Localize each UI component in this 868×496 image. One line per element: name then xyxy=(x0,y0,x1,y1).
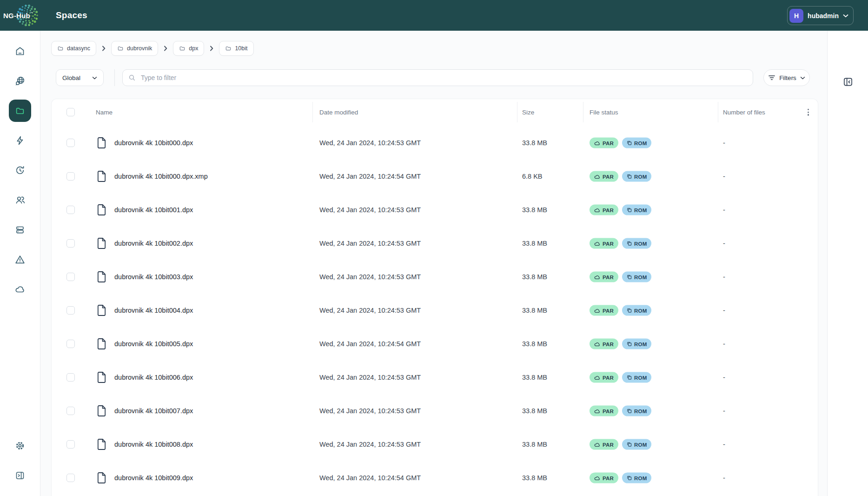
file-size: 33.8 MB xyxy=(522,206,547,214)
breadcrumb-item-dubrovnik[interactable]: dubrovnik xyxy=(111,41,158,56)
folder-icon xyxy=(179,45,186,52)
panel-expand-icon xyxy=(14,470,26,481)
table-row[interactable]: dubrovnik 4k 10bit007.dpx Wed, 24 Jan 20… xyxy=(52,394,818,428)
status-badge-rom: ROM xyxy=(622,171,651,182)
table-row[interactable]: dubrovnik 4k 10bit006.dpx Wed, 24 Jan 20… xyxy=(52,361,818,394)
file-name: dubrovnik 4k 10bit009.dpx xyxy=(114,474,193,482)
table-row[interactable]: dubrovnik 4k 10bit008.dpx Wed, 24 Jan 20… xyxy=(52,428,818,461)
sidebar-item-storage[interactable] xyxy=(0,215,40,245)
breadcrumb-item-dpx[interactable]: dpx xyxy=(173,41,204,56)
row-checkbox[interactable] xyxy=(66,440,75,449)
row-checkbox[interactable] xyxy=(66,340,75,348)
sidebar-item-discover[interactable] xyxy=(0,66,40,96)
status-badge-par: PAR xyxy=(590,439,618,450)
row-checkbox[interactable] xyxy=(66,474,75,482)
logo-trademark: ™ xyxy=(30,12,33,14)
copy-squares-icon xyxy=(627,275,632,280)
folder-icon xyxy=(117,45,124,52)
user-name: hubadmin xyxy=(808,12,839,20)
column-options-menu-icon[interactable] xyxy=(806,107,811,118)
breadcrumb-item-datasync[interactable]: datasync xyxy=(51,41,96,56)
file-name: dubrovnik 4k 10bit004.dpx xyxy=(114,307,193,314)
file-icon xyxy=(96,137,107,149)
scope-select[interactable]: Global xyxy=(56,69,104,86)
sidebar-item-settings[interactable] xyxy=(0,431,40,461)
panel-collapse-icon[interactable] xyxy=(842,76,854,88)
column-header-name[interactable]: Name xyxy=(96,109,113,116)
column-header-status[interactable]: File status xyxy=(590,109,618,116)
status-badge-label: PAR xyxy=(603,375,614,380)
file-name: dubrovnik 4k 10bit001.dpx xyxy=(114,206,193,214)
row-checkbox[interactable] xyxy=(66,273,75,281)
users-icon xyxy=(14,194,26,206)
row-checkbox[interactable] xyxy=(66,306,75,315)
chevron-right-icon xyxy=(102,46,106,51)
table-row[interactable]: dubrovnik 4k 10bit004.dpx Wed, 24 Jan 20… xyxy=(52,294,818,327)
row-checkbox[interactable] xyxy=(66,239,75,248)
status-badge-rom: ROM xyxy=(622,205,651,215)
table-header: Name Date modified Size File status Numb… xyxy=(52,99,818,125)
status-badge-par: PAR xyxy=(590,473,618,483)
row-checkbox[interactable] xyxy=(66,407,75,415)
status-badge-label: ROM xyxy=(634,241,647,246)
file-size: 33.8 MB xyxy=(522,240,547,247)
breadcrumb-item-10bit[interactable]: 10bit xyxy=(219,41,253,56)
select-all-checkbox[interactable] xyxy=(66,108,75,116)
sidebar-item-spaces[interactable] xyxy=(0,96,40,126)
file-status-badges: PAR ROM xyxy=(590,406,651,416)
file-icon xyxy=(96,371,107,384)
file-icon xyxy=(96,405,107,417)
status-badge-label: PAR xyxy=(603,241,614,246)
sidebar-item-expand-panel[interactable] xyxy=(0,461,40,490)
file-number-of-files: - xyxy=(723,474,725,482)
search-icon xyxy=(128,74,136,81)
column-header-files[interactable]: Number of files xyxy=(723,109,765,116)
file-name: dubrovnik 4k 10bit003.dpx xyxy=(114,273,193,281)
row-checkbox[interactable] xyxy=(66,206,75,214)
file-number-of-files: - xyxy=(723,240,725,247)
table-row[interactable]: dubrovnik 4k 10bit001.dpx Wed, 24 Jan 20… xyxy=(52,193,818,227)
column-header-size[interactable]: Size xyxy=(522,109,534,116)
search-input[interactable] xyxy=(140,74,747,82)
table-row[interactable]: dubrovnik 4k 10bit009.dpx Wed, 24 Jan 20… xyxy=(52,461,818,495)
table-body: dubrovnik 4k 10bit000.dpx Wed, 24 Jan 20… xyxy=(52,126,818,496)
breadcrumb-label: 10bit xyxy=(235,45,247,52)
cloud-icon xyxy=(594,141,600,145)
cloud-icon xyxy=(594,275,600,279)
app-logo[interactable]: NG-Hub™ xyxy=(0,0,40,31)
file-date-modified: Wed, 24 Jan 2024, 10:24:53 GMT xyxy=(319,240,421,247)
sidebar-item-home[interactable] xyxy=(0,36,40,66)
file-status-badges: PAR ROM xyxy=(590,272,651,282)
file-status-badges: PAR ROM xyxy=(590,205,651,215)
sidebar-item-actions[interactable] xyxy=(0,126,40,155)
status-badge-label: PAR xyxy=(603,442,614,447)
top-bar: NG-Hub™ Spaces H hubadmin xyxy=(0,0,868,31)
table-row[interactable]: dubrovnik 4k 10bit002.dpx Wed, 24 Jan 20… xyxy=(52,227,818,260)
file-date-modified: Wed, 24 Jan 2024, 10:24:54 GMT xyxy=(319,173,421,180)
warning-triangle-icon xyxy=(14,254,26,265)
status-badge-label: PAR xyxy=(603,207,614,213)
sidebar-item-users[interactable] xyxy=(0,185,40,215)
table-row[interactable]: dubrovnik 4k 10bit003.dpx Wed, 24 Jan 20… xyxy=(52,260,818,294)
row-checkbox[interactable] xyxy=(66,373,75,382)
sidebar-item-alerts[interactable] xyxy=(0,245,40,275)
breadcrumb: datasync dubrovnik dpx 10bit xyxy=(51,41,254,55)
chevron-down-icon xyxy=(843,14,848,18)
status-badge-par: PAR xyxy=(590,305,618,316)
file-icon xyxy=(96,304,107,317)
column-header-date[interactable]: Date modified xyxy=(319,109,358,116)
chevron-right-icon xyxy=(210,46,213,51)
user-menu-button[interactable]: H hubadmin xyxy=(787,6,854,25)
row-checkbox[interactable] xyxy=(66,139,75,147)
filters-button[interactable]: Filters xyxy=(763,69,810,86)
file-number-of-files: - xyxy=(723,441,725,448)
file-name: dubrovnik 4k 10bit002.dpx xyxy=(114,240,193,247)
column-divider xyxy=(517,102,517,122)
sidebar-item-history[interactable] xyxy=(0,155,40,185)
table-row[interactable]: dubrovnik 4k 10bit000.dpx.xmp Wed, 24 Ja… xyxy=(52,160,818,193)
status-badge-par: PAR xyxy=(590,238,618,249)
row-checkbox[interactable] xyxy=(66,172,75,181)
table-row[interactable]: dubrovnik 4k 10bit000.dpx Wed, 24 Jan 20… xyxy=(52,126,818,160)
table-row[interactable]: dubrovnik 4k 10bit005.dpx Wed, 24 Jan 20… xyxy=(52,327,818,361)
sidebar-item-cloud[interactable] xyxy=(0,275,40,304)
